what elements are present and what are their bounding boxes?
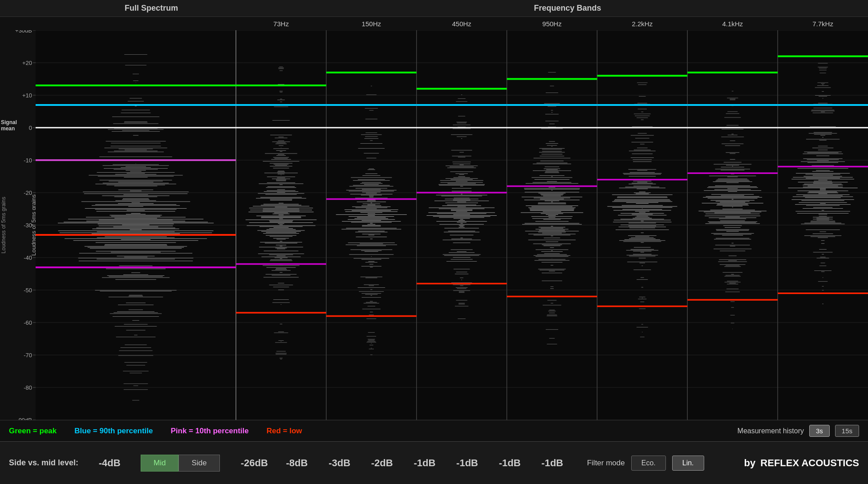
- freq-label-2: 450Hz: [417, 20, 507, 28]
- freq-label-1: 150Hz: [326, 20, 417, 28]
- main-level-value: -4dB: [92, 457, 127, 469]
- freq-labels-row: 73Hz 150Hz 450Hz 950Hz 2.2kHz 4.1kHz 7.7…: [0, 17, 868, 30]
- freq-label-3: 950Hz: [507, 20, 597, 28]
- measurement-history: Measurement history 3s 15s: [738, 425, 859, 437]
- legend-pink: Pink = 10th percentile: [170, 427, 248, 436]
- level-6: -1dB: [492, 457, 527, 469]
- legend-blue: Blue = 90th percentile: [74, 427, 153, 436]
- mid-side-buttons: Mid Side: [141, 455, 219, 472]
- level-1: -8dB: [279, 457, 315, 469]
- lin-btn[interactable]: Lin.: [672, 456, 704, 471]
- level-7: -1dB: [535, 457, 570, 469]
- level-0: -26dB: [236, 457, 272, 469]
- freq-label-5: 4.1kHz: [687, 20, 778, 28]
- freq-label-4: 2.2kHz: [597, 20, 687, 28]
- mid-button[interactable]: Mid: [141, 455, 178, 472]
- bottom-bar: Side vs. mid level: -4dB Mid Side -26dB …: [0, 441, 868, 484]
- measurement-history-label: Measurement history: [738, 427, 804, 435]
- filter-mode-label: Filter mode: [587, 459, 625, 468]
- freq-label-6: 7.7kHz: [778, 20, 868, 28]
- btn-15s[interactable]: 15s: [835, 425, 859, 437]
- freq-label-0: 73Hz: [236, 20, 326, 28]
- level-3: -2dB: [364, 457, 400, 469]
- level-values-row: -26dB -8dB -3dB -2dB -1dB -1dB -1dB -1dB: [233, 457, 574, 469]
- brand-name: REFLEX ACOUSTICS: [760, 457, 859, 468]
- side-mid-label: Side vs. mid level:: [9, 458, 78, 468]
- level-5: -1dB: [450, 457, 485, 469]
- reflex-brand: by REFLEX ACOUSTICS: [744, 457, 859, 469]
- level-2: -3dB: [322, 457, 357, 469]
- y-axis: Loudness of 5ms grains: [0, 30, 36, 420]
- header-row: Full Spectrum Frequency Bands: [0, 0, 868, 17]
- eco-btn[interactable]: Eco.: [631, 456, 666, 471]
- legend-row: Green = peak Blue = 90th percentile Pink…: [0, 420, 868, 441]
- filter-mode-section: Filter mode Eco. Lin.: [587, 456, 704, 471]
- side-button[interactable]: Side: [178, 455, 219, 472]
- brand-by: by: [744, 457, 756, 468]
- legend-red: Red = low: [267, 427, 302, 436]
- full-spectrum-title: Full Spectrum: [36, 4, 267, 13]
- freq-bands-title: Frequency Bands: [267, 4, 868, 13]
- legend-green: Green = peak: [9, 427, 57, 436]
- level-4: -1dB: [407, 457, 442, 469]
- chart-area: [36, 30, 868, 420]
- main-container: Full Spectrum Frequency Bands 73Hz 150Hz…: [0, 0, 868, 484]
- spectrum-area: Loudness of 5ms grains: [0, 30, 868, 420]
- btn-3s[interactable]: 3s: [809, 425, 830, 437]
